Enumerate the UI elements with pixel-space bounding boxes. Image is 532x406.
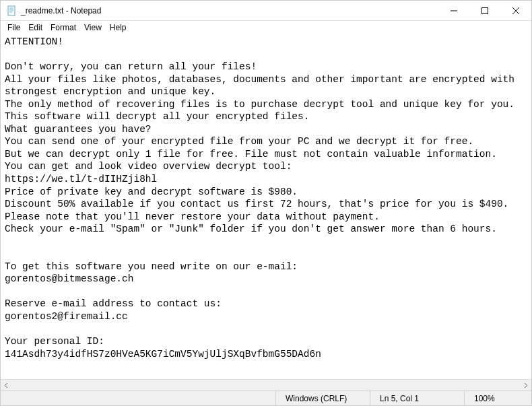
- menu-help[interactable]: Help: [106, 22, 131, 34]
- scroll-left-arrow[interactable]: [1, 380, 12, 391]
- window-controls: [438, 1, 531, 20]
- menubar: File Edit Format View Help: [1, 21, 531, 34]
- menu-view[interactable]: View: [80, 22, 106, 34]
- notepad-window: _readme.txt - Notepad File Edit Format V…: [0, 0, 532, 406]
- titlebar: _readme.txt - Notepad: [1, 1, 531, 21]
- close-button[interactable]: [500, 1, 531, 20]
- menu-file[interactable]: File: [3, 22, 24, 34]
- svg-rect-6: [482, 7, 488, 13]
- text-area[interactable]: ATTENTION! Don't worry, you can return a…: [1, 34, 531, 379]
- statusbar: Windows (CRLF) Ln 5, Col 1 100%: [1, 391, 531, 405]
- maximize-button[interactable]: [469, 1, 500, 20]
- window-title: _readme.txt - Notepad: [21, 6, 438, 15]
- horizontal-scrollbar[interactable]: [1, 379, 531, 391]
- status-encoding: Windows (CRLF): [275, 391, 370, 405]
- scroll-right-arrow[interactable]: [520, 380, 531, 391]
- menu-format[interactable]: Format: [46, 22, 80, 34]
- minimize-button[interactable]: [438, 1, 469, 20]
- notepad-icon: [6, 5, 17, 16]
- status-position: Ln 5, Col 1: [370, 391, 464, 405]
- status-zoom: 100%: [464, 391, 531, 405]
- menu-edit[interactable]: Edit: [24, 22, 46, 34]
